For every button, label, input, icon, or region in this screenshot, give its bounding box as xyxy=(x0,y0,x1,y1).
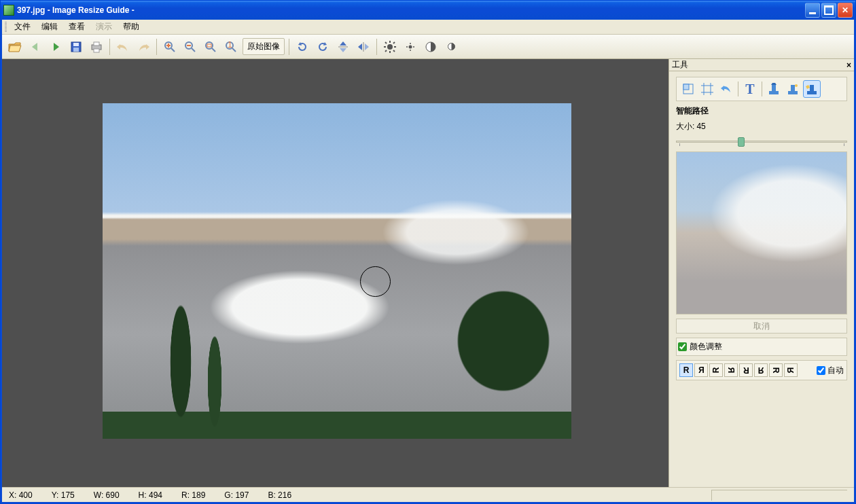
color-adjust-row[interactable]: 颜色调整 xyxy=(676,338,847,356)
svg-rect-2 xyxy=(73,48,79,52)
zoom-fit-icon[interactable] xyxy=(202,38,219,56)
wizard1-icon[interactable] xyxy=(765,80,783,98)
orient-r-mir270[interactable]: R xyxy=(724,363,738,377)
tool-heading: 智能路径 xyxy=(676,105,847,117)
svg-line-11 xyxy=(192,48,195,52)
orient-r-270[interactable]: R xyxy=(709,363,723,377)
menu-demo: 演示 xyxy=(90,20,118,34)
contrast-small-icon[interactable] xyxy=(442,38,460,56)
orientation-row: R R R R R R R R 自动 xyxy=(676,360,847,380)
status-scroll-region[interactable] xyxy=(711,490,847,501)
svg-line-28 xyxy=(393,42,395,43)
back-icon[interactable] xyxy=(26,38,44,56)
menu-bar: 文件 编辑 查看 演示 帮助 xyxy=(2,20,854,35)
crop-tool-icon[interactable] xyxy=(698,80,716,98)
svg-rect-49 xyxy=(810,85,814,91)
app-window: 397.jpg - Image Resize Guide - 文件 编辑 查看 … xyxy=(0,0,856,504)
orient-r-90[interactable]: R xyxy=(769,363,783,377)
orient-r-180[interactable]: R xyxy=(739,363,753,377)
svg-rect-38 xyxy=(683,84,689,90)
size-slider[interactable] xyxy=(676,137,847,147)
auto-checkbox[interactable] xyxy=(817,366,825,375)
menu-edit[interactable]: 编辑 xyxy=(36,20,63,34)
window-title: 397.jpg - Image Resize Guide - xyxy=(17,5,805,15)
flip-h-icon[interactable] xyxy=(355,38,372,56)
smart-path-icon[interactable] xyxy=(803,80,821,98)
orient-r-mir180[interactable]: R xyxy=(754,363,768,377)
redo-icon[interactable] xyxy=(135,38,152,56)
zoom-100-icon[interactable]: 1 xyxy=(222,38,240,56)
svg-line-7 xyxy=(171,48,175,52)
status-y: 175 xyxy=(61,490,75,500)
tool-pane-title: 工具 xyxy=(672,59,688,71)
cancel-button[interactable]: 取消 xyxy=(676,319,847,334)
svg-rect-45 xyxy=(788,91,798,94)
save-icon[interactable] xyxy=(67,38,85,56)
undo-icon[interactable] xyxy=(114,38,132,56)
color-adjust-label: 颜色调整 xyxy=(690,341,722,353)
brush-cursor-icon xyxy=(360,266,391,297)
auto-label: 自动 xyxy=(827,365,844,376)
svg-line-14 xyxy=(212,48,215,52)
resize-tool-icon[interactable] xyxy=(679,80,697,98)
wizard2-icon[interactable] xyxy=(784,80,802,98)
svg-rect-5 xyxy=(94,49,99,52)
status-b: 216 xyxy=(278,490,291,500)
menu-view[interactable]: 查看 xyxy=(63,20,90,34)
zoom-in-icon[interactable] xyxy=(161,38,179,56)
svg-text:1: 1 xyxy=(228,41,232,50)
tool-pane-title-bar[interactable]: 工具 × xyxy=(669,59,854,71)
window-minimize-button[interactable] xyxy=(805,3,820,18)
auto-row[interactable]: 自动 xyxy=(817,365,844,376)
svg-rect-44 xyxy=(772,85,776,91)
menu-grip xyxy=(5,22,7,33)
window-maximize-button[interactable] xyxy=(821,3,836,18)
print-icon[interactable] xyxy=(88,38,105,56)
canvas-area[interactable] xyxy=(2,59,668,487)
status-w: 690 xyxy=(106,490,120,500)
text-tool-icon[interactable]: T xyxy=(741,80,759,98)
status-x: 400 xyxy=(19,490,33,500)
orient-r-0[interactable]: R xyxy=(679,363,693,377)
status-g: 197 xyxy=(235,490,249,500)
svg-rect-4 xyxy=(94,42,99,46)
svg-line-27 xyxy=(393,50,395,52)
svg-rect-48 xyxy=(807,91,817,94)
status-h: 494 xyxy=(149,490,162,500)
brightness-small-icon[interactable] xyxy=(402,38,419,56)
rotate-cw-icon[interactable] xyxy=(314,38,332,56)
status-bar: X: 400 Y: 175 W: 690 H: 494 R: 189 G: 19… xyxy=(2,487,854,502)
open-icon[interactable] xyxy=(6,38,24,56)
tool-pane: 工具 × T 智能路径 xyxy=(668,59,854,487)
size-label-row: 大小: 45 xyxy=(676,121,847,132)
svg-rect-15 xyxy=(207,44,211,47)
brightness-icon[interactable] xyxy=(381,38,399,56)
orient-r-mir90[interactable]: R xyxy=(784,363,798,377)
forward-icon[interactable] xyxy=(47,38,65,56)
svg-point-47 xyxy=(795,84,798,87)
menu-file[interactable]: 文件 xyxy=(9,20,36,34)
orient-r-mir[interactable]: R xyxy=(694,363,708,377)
original-image-button[interactable]: 原始图像 xyxy=(243,38,285,55)
svg-line-26 xyxy=(385,42,387,43)
svg-point-21 xyxy=(387,44,393,50)
svg-rect-43 xyxy=(769,91,779,94)
title-bar[interactable]: 397.jpg - Image Resize Guide - xyxy=(1,1,855,20)
flip-v-icon[interactable] xyxy=(334,38,352,56)
svg-line-17 xyxy=(232,48,236,52)
canvas-image[interactable] xyxy=(103,103,571,439)
status-r: 189 xyxy=(192,490,205,500)
menu-help[interactable]: 帮助 xyxy=(118,20,145,34)
rotate-ccw-icon[interactable] xyxy=(293,38,311,56)
main-toolbar: 1 原始图像 xyxy=(2,35,854,59)
tool-pane-close-icon[interactable]: × xyxy=(846,60,851,70)
zoom-out-icon[interactable] xyxy=(181,38,199,56)
window-close-button[interactable] xyxy=(838,3,853,18)
tool-icon-row: T xyxy=(676,77,847,101)
svg-rect-1 xyxy=(73,43,79,46)
color-adjust-checkbox[interactable] xyxy=(678,342,687,351)
contrast-icon[interactable] xyxy=(422,38,440,56)
undo-tool-icon[interactable] xyxy=(717,80,735,98)
preview-thumbnail xyxy=(676,151,847,314)
size-value: 45 xyxy=(696,122,705,131)
